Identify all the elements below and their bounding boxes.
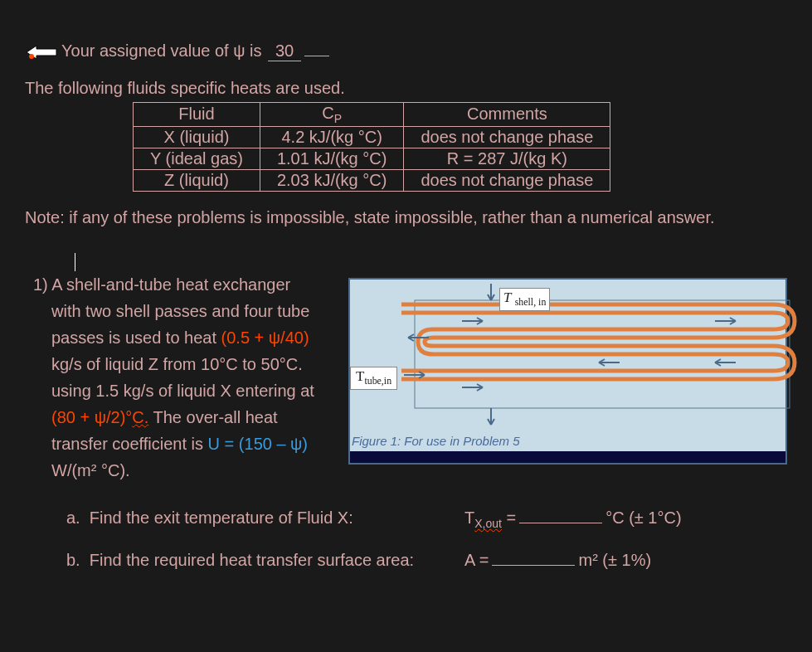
table-cell: Z (liquid)	[134, 169, 260, 191]
problem-line: passes is used to heat	[51, 328, 221, 347]
table-header-row: Fluid CP Comments	[134, 102, 610, 126]
shell-in-label: T shell, in	[499, 288, 550, 310]
problem-red: (0.5 + ψ/40)	[221, 328, 309, 347]
subpart-label: b.	[66, 551, 80, 569]
table-header: Comments	[404, 102, 610, 126]
subpart-prompt: Find the exit temperature of Fluid X:	[90, 508, 353, 527]
problem-text: 1) A shell-and-tube heat exchanger with …	[25, 271, 340, 484]
subpart-label: a.	[66, 508, 80, 527]
table-cell: 4.2 kJ/(kg °C)	[260, 126, 403, 148]
table-row: Z (liquid) 2.03 kJ/(kg °C) does not chan…	[134, 169, 610, 191]
problem-line: A shell-and-tube heat exchanger	[51, 275, 290, 294]
problem-line: transfer coefficient is	[51, 435, 208, 453]
answer-blank	[492, 565, 575, 566]
text-cursor	[25, 252, 787, 272]
answer-unit: °C (± 1°C)	[605, 508, 681, 528]
answer-var: A =	[464, 551, 489, 570]
header-line: Your assigned value of ψ is 30	[25, 41, 787, 62]
table-cell: does not change phase	[404, 126, 610, 148]
answer-var: TX,out =	[464, 508, 516, 530]
problem-line: kg/s of liquid Z from 10°C to 50°C.	[51, 355, 303, 373]
table-cell: 2.03 kJ/(kg °C)	[260, 169, 403, 191]
table-cell: Y (ideal gas)	[134, 148, 260, 169]
problem-line: with two shell passes and four tube	[51, 302, 309, 320]
answer-blank	[519, 523, 602, 523]
subpart-b: b. Find the required heat transfer surfa…	[66, 551, 787, 570]
problem-container: 1) A shell-and-tube heat exchanger with …	[25, 271, 787, 484]
problem-blue: U = (150 – ψ)	[208, 435, 308, 453]
header-prefix: Your assigned value of ψ is	[61, 41, 261, 61]
note-text: Note: if any of these problems is imposs…	[25, 208, 787, 227]
subpart-a: a. Find the exit temperature of Fluid X:…	[66, 508, 787, 530]
trailing-blank	[304, 56, 329, 56]
fluid-table: Fluid CP Comments X (liquid) 4.2 kJ/(kg …	[133, 102, 610, 192]
intro-text: The following fluids specific heats are …	[25, 79, 787, 98]
table-header: CP	[260, 102, 403, 126]
psi-value: 30	[268, 41, 301, 61]
figure-caption: Figure 1: For use in Problem 5	[352, 434, 520, 448]
caption-bar	[350, 451, 785, 463]
table-cell: X (liquid)	[134, 126, 260, 148]
table-cell: R = 287 J/(kg K)	[404, 148, 610, 169]
answer-unit: m² (± 1%)	[578, 551, 651, 570]
problem-wavy: C.	[132, 408, 148, 426]
problem-line: using 1.5 kg/s of liquid X entering at	[51, 382, 314, 400]
pointer-icon	[25, 41, 58, 62]
table-cell: does not change phase	[404, 169, 610, 191]
subparts: a. Find the exit temperature of Fluid X:…	[66, 508, 787, 570]
tube-in-label: Ttube,in	[350, 367, 397, 389]
problem-line: W/(m² °C).	[51, 461, 130, 479]
subpart-prompt: Find the required heat transfer surface …	[90, 551, 414, 569]
svg-point-0	[29, 54, 34, 59]
problem-line: The over-all heat	[148, 408, 277, 426]
heat-exchanger-figure: T shell, in Ttube,in Figure 1: For use i…	[348, 278, 787, 465]
table-row: Y (ideal gas) 1.01 kJ/(kg °C) R = 287 J/…	[134, 148, 610, 169]
table-cell: 1.01 kJ/(kg °C)	[260, 148, 403, 169]
problem-number: 1)	[33, 275, 48, 294]
heat-exchanger-diagram	[350, 280, 798, 445]
table-row: X (liquid) 4.2 kJ/(kg °C) does not chang…	[134, 126, 610, 148]
table-header: Fluid	[134, 102, 260, 126]
problem-red: (80 + ψ/2)°	[51, 408, 132, 426]
